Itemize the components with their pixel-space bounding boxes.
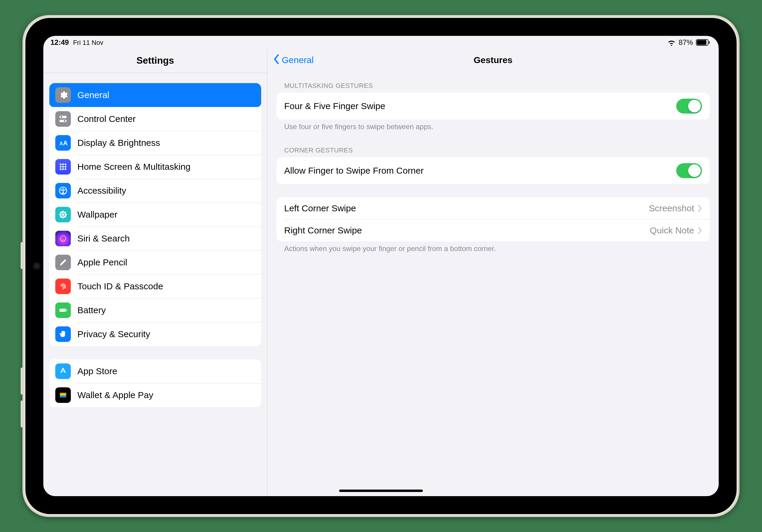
cell-left-corner-swipe[interactable]: Left Corner Swipe Screenshot (276, 197, 710, 219)
svg-point-21 (62, 211, 64, 213)
sidebar-item-label: General (77, 90, 110, 100)
wifi-icon (667, 39, 676, 46)
back-label: General (282, 55, 314, 65)
battery-icon (696, 39, 710, 46)
sidebar-item-touchid[interactable]: Touch ID & Passcode (49, 274, 261, 298)
sidebar-item-apple-pencil[interactable]: Apple Pencil (49, 251, 261, 274)
cell-group-corner: Allow Finger to Swipe From Corner (276, 157, 710, 184)
status-date: Fri 11 Nov (73, 39, 103, 46)
sidebar-item-label: Accessibility (77, 186, 126, 196)
sidebar-item-wallet[interactable]: Wallet & Apple Pay (49, 383, 261, 407)
svg-text:A: A (63, 140, 67, 147)
cell-label: Four & Five Finger Swipe (284, 101, 385, 111)
cell-label: Allow Finger to Swipe From Corner (284, 166, 424, 176)
detail-title: Gestures (474, 55, 512, 65)
cell-label: Right Corner Swipe (284, 225, 362, 236)
svg-rect-14 (64, 166, 66, 167)
svg-point-28 (64, 215, 66, 218)
text-size-icon: AA (55, 135, 71, 151)
settings-sidebar: Settings General (43, 49, 267, 496)
svg-text:A: A (59, 141, 63, 146)
svg-rect-32 (60, 393, 66, 394)
svg-rect-1 (697, 40, 707, 45)
gear-icon (55, 87, 71, 103)
home-indicator[interactable] (339, 490, 423, 492)
sidebar-item-home-multitasking[interactable]: Home Screen & Multitasking (49, 155, 261, 179)
section-header-corner: CORNER GESTURES (276, 143, 710, 157)
back-button[interactable]: General (273, 54, 314, 66)
sidebar-item-wallpaper[interactable]: Wallpaper (49, 203, 261, 227)
svg-rect-15 (60, 168, 61, 170)
cell-four-five-finger-swipe: Four & Five Finger Swipe (276, 93, 710, 119)
app-store-icon (55, 363, 71, 379)
svg-rect-2 (709, 41, 710, 43)
sidebar-item-label: App Store (77, 366, 117, 376)
hardware-button (21, 242, 23, 269)
sidebar-item-label: Battery (77, 305, 106, 315)
sliders-icon (55, 111, 71, 127)
svg-point-24 (65, 214, 67, 216)
svg-point-25 (60, 212, 62, 214)
sidebar-item-accessibility[interactable]: Accessibility (49, 179, 261, 203)
wallet-icon (55, 387, 71, 403)
sidebar-item-label: Privacy & Security (77, 329, 150, 339)
svg-rect-3 (59, 116, 67, 118)
hardware-button (21, 401, 23, 427)
battery-full-icon (55, 302, 71, 318)
sidebar-item-battery[interactable]: Battery (49, 298, 261, 322)
sidebar-scroll[interactable]: General Control Center AA (43, 73, 267, 496)
sidebar-item-general[interactable]: General (49, 83, 261, 107)
svg-rect-13 (62, 166, 64, 167)
svg-point-26 (64, 212, 66, 214)
svg-point-23 (59, 214, 61, 216)
sidebar-item-privacy[interactable]: Privacy & Security (49, 322, 261, 346)
svg-rect-4 (59, 120, 67, 122)
svg-point-5 (61, 116, 62, 118)
fingerprint-icon (55, 278, 71, 294)
siri-icon (55, 231, 71, 246)
svg-rect-9 (60, 164, 61, 165)
svg-rect-11 (64, 164, 66, 165)
status-time: 12:49 (50, 38, 69, 46)
cell-value: Quick Note (650, 225, 694, 236)
svg-point-19 (62, 188, 64, 190)
toggle-four-five-finger[interactable] (676, 99, 702, 114)
sidebar-item-app-store[interactable]: App Store (49, 359, 261, 383)
chevron-right-icon (698, 227, 702, 234)
svg-point-27 (60, 215, 62, 218)
cell-right-corner-swipe[interactable]: Right Corner Swipe Quick Note (276, 219, 710, 242)
sidebar-item-label: Home Screen & Multitasking (77, 162, 190, 172)
svg-point-6 (64, 120, 65, 122)
cell-allow-corner-swipe: Allow Finger to Swipe From Corner (276, 157, 710, 184)
svg-point-22 (62, 216, 64, 218)
hand-icon (55, 326, 71, 342)
cell-group-multitasking: Four & Five Finger Swipe (276, 93, 710, 119)
app-grid-icon (55, 159, 71, 175)
sidebar-group: General Control Center AA (49, 83, 261, 346)
sidebar-title: Settings (43, 49, 267, 73)
sidebar-group: App Store Wallet & Apple Pay (49, 359, 261, 407)
sidebar-item-label: Wallpaper (77, 209, 117, 220)
sidebar-item-display[interactable]: AA Display & Brightness (49, 131, 261, 155)
battery-percent: 87% (679, 38, 693, 46)
section-footer-actions: Actions when you swipe your finger or pe… (276, 242, 710, 265)
toggle-allow-corner-swipe[interactable] (676, 163, 702, 178)
chevron-right-icon (698, 205, 702, 212)
svg-rect-35 (60, 396, 66, 398)
svg-rect-31 (66, 309, 67, 311)
detail-body[interactable]: MULTITASKING GESTURES Four & Five Finger… (267, 71, 719, 496)
svg-rect-33 (60, 394, 66, 395)
cell-value: Screenshot (649, 203, 694, 213)
accessibility-icon (55, 183, 71, 198)
detail-pane: General Gestures MULTITASKING GESTURES F… (267, 49, 719, 496)
pencil-icon (55, 255, 71, 270)
svg-rect-12 (60, 166, 61, 167)
ipad-device-frame: 12:49 Fri 11 Nov 87% Settings (23, 15, 739, 517)
hardware-button (21, 368, 23, 395)
svg-rect-10 (62, 164, 64, 165)
svg-rect-16 (62, 168, 64, 170)
sidebar-item-siri[interactable]: Siri & Search (49, 227, 261, 251)
svg-rect-34 (60, 395, 66, 396)
sidebar-item-control-center[interactable]: Control Center (49, 107, 261, 131)
svg-rect-17 (64, 168, 66, 170)
